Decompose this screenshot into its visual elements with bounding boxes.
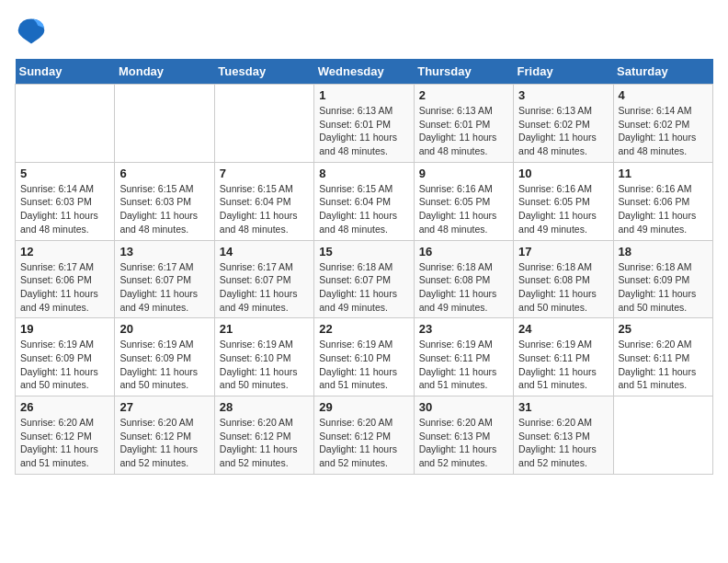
calendar-cell: 5Sunrise: 6:14 AM Sunset: 6:03 PM Daylig…: [16, 162, 115, 240]
calendar-cell: 25Sunrise: 6:20 AM Sunset: 6:11 PM Dayli…: [613, 318, 712, 396]
day-detail: Sunrise: 6:16 AM Sunset: 6:05 PM Dayligh…: [518, 182, 608, 236]
calendar-cell: 19Sunrise: 6:19 AM Sunset: 6:09 PM Dayli…: [16, 318, 115, 396]
day-detail: Sunrise: 6:15 AM Sunset: 6:04 PM Dayligh…: [220, 182, 309, 236]
day-detail: Sunrise: 6:13 AM Sunset: 6:01 PM Dayligh…: [319, 104, 408, 158]
day-detail: Sunrise: 6:20 AM Sunset: 6:12 PM Dayligh…: [119, 416, 209, 470]
calendar-cell: [214, 85, 313, 163]
calendar-cell: 2Sunrise: 6:13 AM Sunset: 6:01 PM Daylig…: [414, 85, 513, 163]
calendar-cell: 20Sunrise: 6:19 AM Sunset: 6:09 PM Dayli…: [115, 318, 214, 396]
day-number: 12: [20, 245, 109, 259]
day-detail: Sunrise: 6:16 AM Sunset: 6:05 PM Dayligh…: [419, 182, 508, 236]
day-number: 26: [20, 400, 109, 414]
day-number: 30: [419, 400, 508, 414]
day-number: 24: [518, 322, 608, 336]
day-number: 20: [119, 322, 209, 336]
calendar-cell: 30Sunrise: 6:20 AM Sunset: 6:13 PM Dayli…: [414, 396, 513, 475]
calendar-cell: 6Sunrise: 6:15 AM Sunset: 6:03 PM Daylig…: [115, 162, 214, 240]
header-friday: Friday: [514, 59, 613, 85]
day-detail: Sunrise: 6:20 AM Sunset: 6:12 PM Dayligh…: [20, 416, 109, 470]
calendar-cell: 8Sunrise: 6:15 AM Sunset: 6:04 PM Daylig…: [314, 162, 414, 240]
day-detail: Sunrise: 6:19 AM Sunset: 6:11 PM Dayligh…: [419, 338, 508, 392]
calendar-cell: 27Sunrise: 6:20 AM Sunset: 6:12 PM Dayli…: [115, 396, 214, 475]
day-detail: Sunrise: 6:18 AM Sunset: 6:07 PM Dayligh…: [319, 260, 408, 315]
calendar-cell: 22Sunrise: 6:19 AM Sunset: 6:10 PM Dayli…: [314, 318, 414, 396]
day-number: 2: [419, 88, 508, 102]
day-number: 7: [220, 167, 309, 180]
day-detail: Sunrise: 6:20 AM Sunset: 6:12 PM Dayligh…: [319, 416, 408, 470]
calendar-cell: 3Sunrise: 6:13 AM Sunset: 6:02 PM Daylig…: [514, 85, 613, 163]
day-number: 17: [518, 245, 608, 259]
day-detail: Sunrise: 6:18 AM Sunset: 6:09 PM Dayligh…: [619, 260, 708, 315]
calendar-cell: 14Sunrise: 6:17 AM Sunset: 6:07 PM Dayli…: [214, 240, 313, 318]
day-number: 5: [20, 167, 109, 180]
calendar-cell: 21Sunrise: 6:19 AM Sunset: 6:10 PM Dayli…: [214, 318, 313, 396]
calendar-cell: 23Sunrise: 6:19 AM Sunset: 6:11 PM Dayli…: [414, 318, 513, 396]
calendar-cell: 16Sunrise: 6:18 AM Sunset: 6:08 PM Dayli…: [414, 240, 513, 318]
week-row-3: 12Sunrise: 6:17 AM Sunset: 6:06 PM Dayli…: [16, 240, 713, 318]
day-number: 25: [619, 322, 708, 336]
calendar-cell: 11Sunrise: 6:16 AM Sunset: 6:06 PM Dayli…: [613, 162, 712, 240]
calendar-cell: 1Sunrise: 6:13 AM Sunset: 6:01 PM Daylig…: [314, 85, 414, 163]
day-detail: Sunrise: 6:15 AM Sunset: 6:04 PM Dayligh…: [319, 182, 408, 236]
day-number: 11: [619, 167, 708, 180]
day-number: 28: [220, 400, 309, 414]
calendar-cell: 7Sunrise: 6:15 AM Sunset: 6:04 PM Daylig…: [214, 162, 313, 240]
week-row-1: 1Sunrise: 6:13 AM Sunset: 6:01 PM Daylig…: [16, 85, 713, 163]
day-number: 4: [619, 88, 708, 102]
calendar-cell: 18Sunrise: 6:18 AM Sunset: 6:09 PM Dayli…: [613, 240, 712, 318]
day-detail: Sunrise: 6:19 AM Sunset: 6:10 PM Dayligh…: [319, 338, 408, 392]
header-tuesday: Tuesday: [214, 59, 313, 85]
day-number: 8: [319, 167, 408, 180]
day-detail: Sunrise: 6:17 AM Sunset: 6:07 PM Dayligh…: [220, 260, 309, 315]
calendar-cell: 26Sunrise: 6:20 AM Sunset: 6:12 PM Dayli…: [16, 396, 115, 475]
day-detail: Sunrise: 6:20 AM Sunset: 6:11 PM Dayligh…: [619, 338, 708, 392]
calendar-table: SundayMondayTuesdayWednesdayThursdayFrid…: [15, 59, 713, 475]
day-number: 14: [220, 245, 309, 259]
day-number: 9: [419, 167, 508, 180]
day-detail: Sunrise: 6:19 AM Sunset: 6:09 PM Dayligh…: [119, 338, 209, 392]
day-number: 13: [119, 245, 209, 259]
calendar-cell: [613, 396, 712, 475]
day-number: 16: [419, 245, 508, 259]
week-row-4: 19Sunrise: 6:19 AM Sunset: 6:09 PM Dayli…: [16, 318, 713, 396]
calendar-cell: 9Sunrise: 6:16 AM Sunset: 6:05 PM Daylig…: [414, 162, 513, 240]
week-row-5: 26Sunrise: 6:20 AM Sunset: 6:12 PM Dayli…: [16, 396, 713, 475]
header-sunday: Sunday: [16, 59, 115, 85]
day-detail: Sunrise: 6:15 AM Sunset: 6:03 PM Dayligh…: [119, 182, 209, 236]
day-detail: Sunrise: 6:17 AM Sunset: 6:06 PM Dayligh…: [20, 260, 109, 315]
day-number: 6: [119, 167, 209, 180]
calendar-cell: 15Sunrise: 6:18 AM Sunset: 6:07 PM Dayli…: [314, 240, 414, 318]
day-number: 29: [319, 400, 408, 414]
calendar-cell: 31Sunrise: 6:20 AM Sunset: 6:13 PM Dayli…: [514, 396, 613, 475]
day-detail: Sunrise: 6:13 AM Sunset: 6:02 PM Dayligh…: [518, 104, 608, 158]
day-detail: Sunrise: 6:16 AM Sunset: 6:06 PM Dayligh…: [619, 182, 708, 236]
calendar-cell: 4Sunrise: 6:14 AM Sunset: 6:02 PM Daylig…: [613, 85, 712, 163]
calendar-cell: 28Sunrise: 6:20 AM Sunset: 6:12 PM Dayli…: [214, 396, 313, 475]
day-detail: Sunrise: 6:14 AM Sunset: 6:03 PM Dayligh…: [20, 182, 109, 236]
header-thursday: Thursday: [414, 59, 513, 85]
day-detail: Sunrise: 6:14 AM Sunset: 6:02 PM Dayligh…: [619, 104, 708, 158]
calendar-cell: [115, 85, 214, 163]
day-detail: Sunrise: 6:18 AM Sunset: 6:08 PM Dayligh…: [518, 260, 608, 315]
calendar-cell: 24Sunrise: 6:19 AM Sunset: 6:11 PM Dayli…: [514, 318, 613, 396]
logo: [15, 15, 51, 48]
calendar-cell: [16, 85, 115, 163]
day-detail: Sunrise: 6:19 AM Sunset: 6:09 PM Dayligh…: [20, 338, 109, 392]
day-number: 15: [319, 245, 408, 259]
week-row-2: 5Sunrise: 6:14 AM Sunset: 6:03 PM Daylig…: [16, 162, 713, 240]
day-number: 21: [220, 322, 309, 336]
day-detail: Sunrise: 6:19 AM Sunset: 6:11 PM Dayligh…: [518, 338, 608, 392]
day-detail: Sunrise: 6:19 AM Sunset: 6:10 PM Dayligh…: [220, 338, 309, 392]
day-detail: Sunrise: 6:13 AM Sunset: 6:01 PM Dayligh…: [419, 104, 508, 158]
day-number: 3: [518, 88, 608, 102]
day-number: 19: [20, 322, 109, 336]
calendar-cell: 17Sunrise: 6:18 AM Sunset: 6:08 PM Dayli…: [514, 240, 613, 318]
calendar-cell: 10Sunrise: 6:16 AM Sunset: 6:05 PM Dayli…: [514, 162, 613, 240]
header-monday: Monday: [115, 59, 214, 85]
page-header: [15, 15, 713, 48]
day-detail: Sunrise: 6:20 AM Sunset: 6:13 PM Dayligh…: [518, 416, 608, 470]
day-number: 23: [419, 322, 508, 336]
logo-icon: [15, 15, 48, 48]
day-number: 10: [518, 167, 608, 180]
day-detail: Sunrise: 6:18 AM Sunset: 6:08 PM Dayligh…: [419, 260, 508, 315]
